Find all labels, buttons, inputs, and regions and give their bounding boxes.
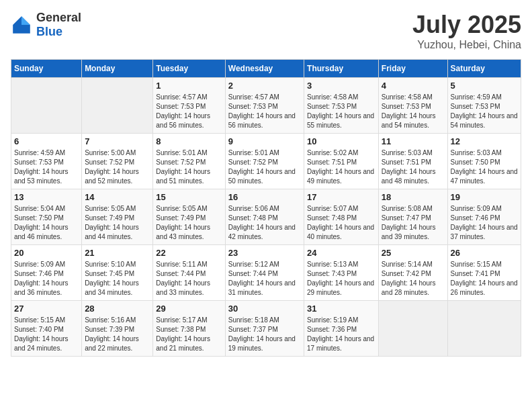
cell-info: Sunrise: 4:57 AMSunset: 7:53 PMDaylight:… — [156, 93, 222, 130]
cell-info: Sunrise: 5:08 AMSunset: 7:47 PMDaylight:… — [382, 204, 445, 242]
cell-info: Sunrise: 5:01 AMSunset: 7:52 PMDaylight:… — [156, 148, 222, 186]
cell-info: Sunrise: 5:10 AMSunset: 7:45 PMDaylight:… — [85, 260, 150, 298]
calendar-cell: 1Sunrise: 4:57 AMSunset: 7:53 PMDaylight… — [153, 78, 225, 134]
calendar-week-2: 6Sunrise: 4:59 AMSunset: 7:53 PMDaylight… — [11, 134, 521, 189]
day-number: 10 — [307, 136, 375, 146]
calendar-table: Sunday Monday Tuesday Wednesday Thursday… — [11, 59, 521, 357]
cell-info: Sunrise: 5:15 AMSunset: 7:40 PMDaylight:… — [14, 316, 79, 353]
day-number: 15 — [156, 192, 222, 202]
cell-info: Sunrise: 5:09 AMSunset: 7:46 PMDaylight:… — [14, 260, 79, 298]
calendar-cell: 8Sunrise: 5:01 AMSunset: 7:52 PMDaylight… — [153, 134, 225, 189]
day-number: 2 — [228, 81, 301, 91]
logo: General Blue — [11, 11, 81, 39]
calendar-cell: 2Sunrise: 4:57 AMSunset: 7:53 PMDaylight… — [225, 78, 304, 134]
cell-info: Sunrise: 5:00 AMSunset: 7:52 PMDaylight:… — [85, 148, 150, 186]
day-number: 19 — [451, 192, 518, 202]
day-number: 12 — [451, 136, 518, 146]
main-title: July 2025 — [412, 11, 521, 39]
calendar-cell: 28Sunrise: 5:16 AMSunset: 7:39 PMDayligh… — [82, 301, 153, 357]
cell-info: Sunrise: 5:05 AMSunset: 7:49 PMDaylight:… — [85, 204, 150, 242]
calendar-cell: 13Sunrise: 5:04 AMSunset: 7:50 PMDayligh… — [11, 189, 82, 245]
cell-info: Sunrise: 5:06 AMSunset: 7:48 PMDaylight:… — [228, 204, 301, 242]
calendar-week-5: 27Sunrise: 5:15 AMSunset: 7:40 PMDayligh… — [11, 301, 521, 357]
calendar-cell: 4Sunrise: 4:58 AMSunset: 7:53 PMDaylight… — [378, 78, 447, 134]
header-row: Sunday Monday Tuesday Wednesday Thursday… — [11, 60, 521, 78]
col-friday: Friday — [378, 60, 447, 78]
calendar-cell: 18Sunrise: 5:08 AMSunset: 7:47 PMDayligh… — [378, 189, 447, 245]
calendar-cell: 30Sunrise: 5:18 AMSunset: 7:37 PMDayligh… — [225, 301, 304, 357]
calendar-cell: 3Sunrise: 4:58 AMSunset: 7:53 PMDaylight… — [304, 78, 379, 134]
calendar-cell — [11, 78, 82, 134]
day-number: 8 — [156, 136, 222, 146]
calendar-cell: 17Sunrise: 5:07 AMSunset: 7:48 PMDayligh… — [304, 189, 379, 245]
calendar-cell: 26Sunrise: 5:15 AMSunset: 7:41 PMDayligh… — [447, 245, 521, 301]
day-number: 26 — [451, 248, 518, 258]
calendar-cell: 12Sunrise: 5:03 AMSunset: 7:50 PMDayligh… — [447, 134, 521, 189]
day-number: 11 — [382, 136, 445, 146]
calendar-cell: 24Sunrise: 5:13 AMSunset: 7:43 PMDayligh… — [304, 245, 379, 301]
day-number: 14 — [85, 192, 150, 202]
cell-info: Sunrise: 5:04 AMSunset: 7:50 PMDaylight:… — [14, 204, 79, 242]
calendar-cell: 11Sunrise: 5:03 AMSunset: 7:51 PMDayligh… — [378, 134, 447, 189]
calendar-cell: 21Sunrise: 5:10 AMSunset: 7:45 PMDayligh… — [82, 245, 153, 301]
day-number: 24 — [307, 248, 375, 258]
cell-info: Sunrise: 5:16 AMSunset: 7:39 PMDaylight:… — [85, 316, 150, 353]
logo-icon — [11, 14, 32, 36]
cell-info: Sunrise: 5:19 AMSunset: 7:36 PMDaylight:… — [307, 316, 375, 353]
logo-text: General Blue — [36, 11, 81, 39]
day-number: 13 — [14, 192, 79, 202]
calendar-cell: 6Sunrise: 4:59 AMSunset: 7:53 PMDaylight… — [11, 134, 82, 189]
title-area: July 2025 Yuzhou, Hebei, China — [412, 11, 521, 51]
cell-info: Sunrise: 5:03 AMSunset: 7:51 PMDaylight:… — [382, 148, 445, 186]
cell-info: Sunrise: 5:01 AMSunset: 7:52 PMDaylight:… — [228, 148, 301, 186]
day-number: 23 — [228, 248, 301, 258]
calendar-cell: 7Sunrise: 5:00 AMSunset: 7:52 PMDaylight… — [82, 134, 153, 189]
cell-info: Sunrise: 5:09 AMSunset: 7:46 PMDaylight:… — [451, 204, 518, 242]
day-number: 4 — [382, 81, 445, 91]
cell-info: Sunrise: 5:11 AMSunset: 7:44 PMDaylight:… — [156, 260, 222, 298]
calendar-cell: 10Sunrise: 5:02 AMSunset: 7:51 PMDayligh… — [304, 134, 379, 189]
day-number: 29 — [156, 304, 222, 314]
cell-info: Sunrise: 4:59 AMSunset: 7:53 PMDaylight:… — [451, 93, 518, 130]
day-number: 3 — [307, 81, 375, 91]
col-monday: Monday — [82, 60, 153, 78]
calendar-cell: 9Sunrise: 5:01 AMSunset: 7:52 PMDaylight… — [225, 134, 304, 189]
col-saturday: Saturday — [447, 60, 521, 78]
day-number: 16 — [228, 192, 301, 202]
day-number: 20 — [14, 248, 79, 258]
cell-info: Sunrise: 5:14 AMSunset: 7:42 PMDaylight:… — [382, 260, 445, 298]
calendar-cell: 5Sunrise: 4:59 AMSunset: 7:53 PMDaylight… — [447, 78, 521, 134]
cell-info: Sunrise: 4:57 AMSunset: 7:53 PMDaylight:… — [228, 93, 301, 130]
calendar-cell: 25Sunrise: 5:14 AMSunset: 7:42 PMDayligh… — [378, 245, 447, 301]
cell-info: Sunrise: 5:03 AMSunset: 7:50 PMDaylight:… — [451, 148, 518, 186]
day-number: 1 — [156, 81, 222, 91]
day-number: 25 — [382, 248, 445, 258]
svg-marker-1 — [21, 16, 30, 25]
subtitle: Yuzhou, Hebei, China — [412, 39, 521, 51]
cell-info: Sunrise: 5:17 AMSunset: 7:38 PMDaylight:… — [156, 316, 222, 353]
calendar-cell — [82, 78, 153, 134]
logo-general: General — [36, 11, 81, 24]
cell-info: Sunrise: 4:58 AMSunset: 7:53 PMDaylight:… — [382, 93, 445, 130]
day-number: 28 — [85, 304, 150, 314]
cell-info: Sunrise: 5:07 AMSunset: 7:48 PMDaylight:… — [307, 204, 375, 242]
day-number: 17 — [307, 192, 375, 202]
day-number: 18 — [382, 192, 445, 202]
col-tuesday: Tuesday — [153, 60, 225, 78]
calendar-cell: 16Sunrise: 5:06 AMSunset: 7:48 PMDayligh… — [225, 189, 304, 245]
day-number: 22 — [156, 248, 222, 258]
day-number: 5 — [451, 81, 518, 91]
header: General Blue July 2025 Yuzhou, Hebei, Ch… — [11, 11, 521, 51]
day-number: 30 — [228, 304, 301, 314]
cell-info: Sunrise: 4:58 AMSunset: 7:53 PMDaylight:… — [307, 93, 375, 130]
calendar-week-4: 20Sunrise: 5:09 AMSunset: 7:46 PMDayligh… — [11, 245, 521, 301]
col-wednesday: Wednesday — [225, 60, 304, 78]
calendar-cell: 22Sunrise: 5:11 AMSunset: 7:44 PMDayligh… — [153, 245, 225, 301]
day-number: 6 — [14, 136, 79, 146]
calendar-cell: 20Sunrise: 5:09 AMSunset: 7:46 PMDayligh… — [11, 245, 82, 301]
calendar-cell: 14Sunrise: 5:05 AMSunset: 7:49 PMDayligh… — [82, 189, 153, 245]
calendar-cell: 27Sunrise: 5:15 AMSunset: 7:40 PMDayligh… — [11, 301, 82, 357]
day-number: 9 — [228, 136, 301, 146]
logo-blue: Blue — [36, 25, 62, 38]
calendar-week-3: 13Sunrise: 5:04 AMSunset: 7:50 PMDayligh… — [11, 189, 521, 245]
